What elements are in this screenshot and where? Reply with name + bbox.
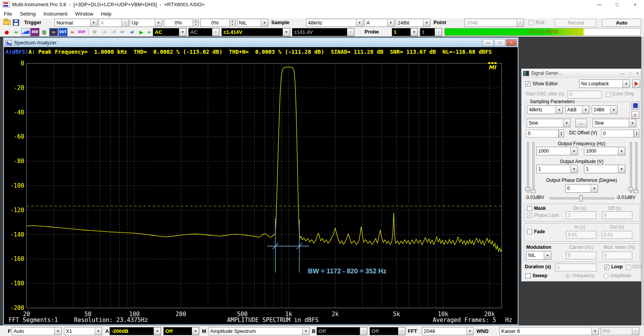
chevron-down-icon[interactable]: ▼ [544,252,551,259]
save-icon[interactable] [13,19,19,26]
child-restore-button[interactable]: □ [494,39,505,46]
freq-axis-combo[interactable]: Auto▼ [12,327,62,335]
child-minimize-button[interactable]: — [483,39,494,46]
chevron-down-icon[interactable]: ▼ [570,165,577,173]
derived-data-curve-icon[interactable]: ≈ [68,28,77,36]
sg-bits-combo[interactable]: 24Bit▼ [592,106,617,114]
chevron-down-icon[interactable]: ▼ [623,80,630,88]
spin-up-icon[interactable]: ▲ [193,19,198,23]
dc-offset-b-field[interactable]: 0 [601,130,634,137]
modulation-type-combo[interactable]: NIL▼ [526,251,551,260]
probe-a-combo[interactable]: 1▼ [392,28,418,36]
spectrum-analyzer-icon[interactable]: ▂▅▇ [21,28,30,36]
close-button[interactable]: × [626,0,644,9]
chevron-down-icon[interactable]: ▼ [563,119,570,127]
chevron-down-icon[interactable]: ▼ [618,147,625,155]
signal-generator-titlebar[interactable]: Signal Gener... — □ × [522,69,641,78]
sound-device-icon[interactable]: ◀) [127,28,136,36]
run-icon[interactable]: ▶ [137,28,146,36]
menu-item-instrument[interactable]: Instrument [39,10,71,18]
dc-offset-a-spinner[interactable]: ▲▼ [559,130,564,137]
chevron-down-icon[interactable]: ▼ [629,119,636,127]
slider-handle[interactable] [633,190,639,193]
signal-generator-icon[interactable]: ≈ [49,28,58,36]
freq-a-slider[interactable] [527,142,529,193]
sg-minimize-button[interactable]: — [621,71,625,76]
waveform-a-combo[interactable]: Sine▼ [527,119,570,127]
window-function-combo[interactable]: Kaiser 6▼ [499,327,599,335]
trigger-mode-combo[interactable]: Normal▼ [55,19,97,27]
slider-handle[interactable] [628,187,633,191]
chevron-down-icon[interactable]: ▼ [610,106,617,114]
chevron-down-icon[interactable]: ▼ [155,19,162,26]
a-ref-combo[interactable]: Off▼ [163,327,199,335]
chevron-down-icon[interactable]: ▼ [54,327,61,335]
chevron-down-icon[interactable]: ▼ [90,19,97,26]
record-icon[interactable]: ● [2,28,11,36]
chevron-down-icon[interactable]: ▼ [283,28,290,36]
device-test-plan-icon[interactable]: DUT [58,28,67,36]
range-a-combo[interactable]: ±1.414V▼ [221,28,290,36]
coupling-a-combo[interactable]: AC▼ [153,28,186,36]
chevron-down-icon[interactable]: ▼ [582,106,589,114]
fade-checkbox[interactable] [527,229,532,234]
generate-button[interactable] [632,79,640,88]
chevron-down-icon[interactable]: ▼ [302,327,309,335]
menu-item-setting[interactable]: Setting [16,10,39,18]
loopback-combo[interactable]: No Loopback▼ [579,79,630,88]
dc-offset-a-field[interactable]: 0 [526,130,559,137]
frequency-a-combo[interactable]: 1000▼ [536,147,578,155]
slider-handle[interactable] [579,195,583,202]
sg-notes-button[interactable]: ♬ [632,111,639,119]
menu-item-help[interactable]: Help [97,10,115,18]
trigger-delay-spinner[interactable]: 0% ▲▼ [200,19,235,27]
sg-rate-combo[interactable]: 48kHz▼ [527,106,563,114]
show-editor-checkbox[interactable] [525,81,531,86]
chevron-down-icon[interactable]: ▼ [387,19,394,26]
chevron-down-icon[interactable]: ▼ [179,28,186,36]
spin-down-icon[interactable]: ▼ [193,23,198,27]
bit-depth-combo[interactable]: 24Bit▼ [396,19,430,27]
probe-calibration-icon[interactable]: ✂ [118,28,127,36]
open-icon[interactable] [4,20,11,25]
loop-checkbox[interactable] [604,265,609,270]
maximize-button[interactable]: □ [608,0,626,9]
chevron-down-icon[interactable]: ▼ [618,165,625,173]
sg-save-button[interactable] [632,102,639,109]
spectrum-window-titlebar[interactable]: Spectrum Analyzer — □ × [4,38,518,47]
a-range-combo[interactable]: -200dB▼ [110,327,161,335]
minimize-button[interactable]: — [590,0,608,9]
chevron-down-icon[interactable]: ▼ [466,327,473,335]
dc-offset-b-spinner[interactable]: ▲▼ [634,130,639,137]
chevron-down-icon[interactable]: ▼ [192,327,199,335]
frequency-b-combo[interactable]: 1000▼ [584,147,625,155]
chevron-down-icon[interactable]: ▼ [356,19,363,26]
chevron-down-icon[interactable]: ▼ [591,185,598,192]
chevron-down-icon[interactable]: ▼ [570,147,577,155]
chevron-down-icon[interactable]: ▼ [591,327,598,335]
mode-combo[interactable]: Amplitude Spectrum▼ [208,327,310,335]
sg-channels-combo[interactable]: A&B▼ [565,106,589,114]
hpf-combo[interactable]: NIL▼ [237,19,268,27]
menu-item-window[interactable]: Window [71,10,97,18]
multimeter-icon[interactable]: 888 [30,28,39,36]
amp-a-slider[interactable] [533,142,534,193]
amp-b-slider[interactable] [635,142,637,193]
fft-size-combo[interactable]: 2048▼ [422,327,474,335]
freq-b-slider[interactable] [630,142,632,193]
spectrum-plot[interactable]: 0-20-40-60-80-100-120-140-160-180-200205… [4,57,518,324]
chevron-down-icon[interactable]: ▼ [410,28,418,36]
amplitude-b-combo[interactable]: 1▼ [584,165,625,173]
oscilloscope-icon[interactable]: ≈ [12,28,21,36]
chevron-down-icon[interactable]: ▼ [154,327,161,335]
amplitude-a-combo[interactable]: 1▼ [536,165,578,173]
slider-handle[interactable] [525,187,530,191]
more-waveform-button[interactable]: ... [575,119,587,127]
chevron-down-icon[interactable]: ▼ [423,19,430,26]
trigger-level-spinner[interactable]: 0% ▲▼ [164,19,199,27]
spin-down-icon[interactable]: ▼ [230,23,235,27]
slider-handle[interactable] [531,190,536,193]
auto-button[interactable]: Auto [602,19,641,27]
child-close-button[interactable]: × [506,39,517,46]
sweep-checkbox[interactable] [525,273,531,278]
